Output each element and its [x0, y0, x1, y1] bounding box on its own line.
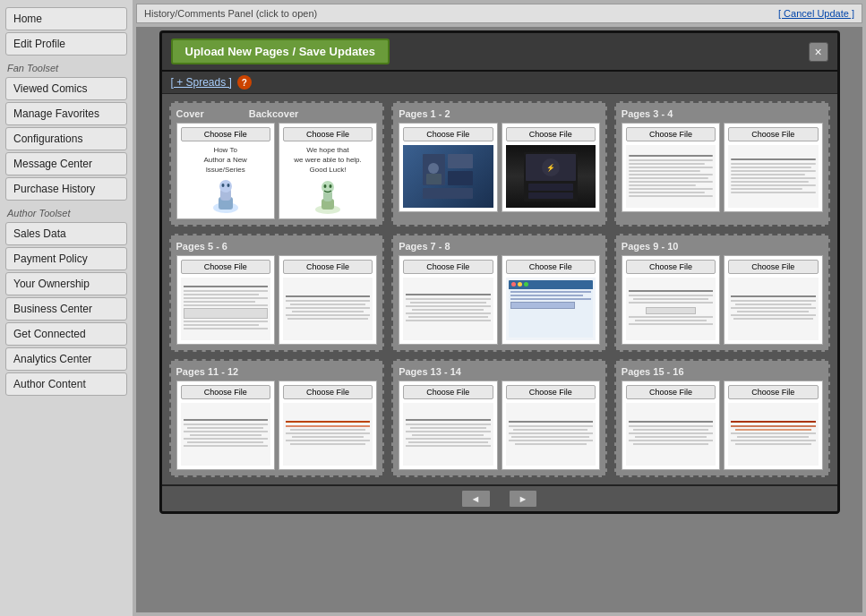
page-13-half: Choose File — [399, 381, 497, 470]
page-14-choose-file-btn[interactable]: Choose File — [506, 385, 596, 399]
svg-point-11 — [329, 184, 331, 188]
page-cell-11-12: Pages 11 - 12 Choose File — [169, 359, 385, 477]
page-3-lines — [629, 155, 713, 199]
pages-1-2-label: Pages 1 - 2 — [399, 108, 600, 119]
page-cell-9-10: Pages 9 - 10 Choose File — [614, 234, 830, 352]
page-10-preview — [728, 278, 818, 340]
sidebar-item-sales-data[interactable]: Sales Data — [5, 222, 127, 245]
history-bar-text[interactable]: History/Comments Panel (click to open) — [144, 8, 317, 19]
page-2-half: Choose File ⚡ — [502, 123, 600, 212]
page-8-choose-file-btn[interactable]: Choose File — [506, 260, 596, 274]
pages-13-14-label: Pages 13 - 14 — [399, 366, 600, 377]
svg-point-16 — [428, 163, 439, 174]
history-bar: History/Comments Panel (click to open) [… — [136, 4, 862, 23]
svg-rect-22 — [528, 192, 573, 199]
page-4-lines — [731, 158, 815, 195]
sidebar-item-your-ownership[interactable]: Your Ownership — [5, 272, 127, 295]
cover-label: Cover — [176, 108, 204, 119]
page-16-preview — [728, 403, 818, 466]
backcover-choose-file-btn[interactable]: Choose File — [283, 127, 373, 141]
page-16-choose-file-btn[interactable]: Choose File — [728, 385, 818, 399]
cancel-update-link[interactable]: [ Cancel Update ] — [778, 8, 854, 19]
sidebar-item-viewed-comics[interactable]: Viewed Comics — [5, 77, 127, 100]
upload-save-button[interactable]: Upload New Pages / Save Updates — [171, 38, 390, 64]
sidebar-item-edit-profile[interactable]: Edit Profile — [5, 32, 127, 56]
help-icon[interactable]: ? — [237, 75, 252, 90]
page-8-preview — [506, 278, 596, 340]
svg-point-5 — [227, 184, 229, 187]
next-page-btn[interactable]: ► — [509, 490, 538, 508]
page-2-preview: ⚡ — [506, 145, 596, 208]
page-9-choose-file-btn[interactable]: Choose File — [626, 260, 716, 274]
page-11-half: Choose File — [176, 381, 275, 470]
page-1-photo-svg — [421, 152, 475, 201]
sidebar-item-configurations[interactable]: Configurations — [5, 127, 127, 150]
page-4-choose-file-btn[interactable]: Choose File — [728, 127, 818, 141]
page-cell-13-14: Pages 13 - 14 Choose File — [391, 359, 607, 477]
spreads-link[interactable]: [ + Spreads ] — [171, 76, 232, 89]
pages-7-8-label: Pages 7 - 8 — [399, 241, 600, 252]
backcover-preview: We hope thatwe were able to help.Good Lu… — [283, 145, 373, 215]
sidebar-item-purchase-history[interactable]: Purchase History — [5, 177, 127, 201]
backcover-half: Choose File We hope thatwe were able to … — [279, 123, 377, 219]
cover-choose-file-btn[interactable]: Choose File — [181, 127, 270, 141]
page-cell-cover: Cover Backcover Choose File How ToAuthor… — [169, 101, 385, 227]
page-5-choose-file-btn[interactable]: Choose File — [181, 260, 270, 274]
page-9-half: Choose File — [622, 255, 720, 345]
page-2-choose-file-btn[interactable]: Choose File — [506, 127, 596, 141]
page-12-half: Choose File — [279, 381, 377, 470]
page-11-choose-file-btn[interactable]: Choose File — [181, 385, 270, 399]
main-area: History/Comments Panel (click to open) [… — [133, 0, 866, 616]
pages-9-10-label: Pages 9 - 10 — [622, 241, 823, 252]
page-7-half: Choose File — [399, 255, 497, 345]
page-5-half: Choose File — [176, 255, 275, 345]
cover-illustration — [210, 179, 242, 215]
modal-header: Upload New Pages / Save Updates × — [162, 33, 837, 72]
page-13-choose-file-btn[interactable]: Choose File — [403, 385, 493, 399]
page-3-preview — [626, 145, 716, 208]
pages-grid: Cover Backcover Choose File How ToAuthor… — [169, 101, 830, 477]
backcover-illustration — [312, 179, 344, 215]
page-1-preview — [403, 145, 493, 208]
sidebar-item-business-center[interactable]: Business Center — [5, 297, 127, 321]
close-modal-button[interactable]: × — [809, 42, 828, 62]
page-11-preview — [181, 403, 270, 466]
page-5-lines — [184, 286, 268, 331]
page-12-preview — [283, 403, 373, 466]
cover-half: Choose File How ToAuthor a NewIssue/Seri… — [176, 123, 275, 219]
sidebar-item-get-connected[interactable]: Get Connected — [5, 322, 127, 346]
page-14-half: Choose File — [502, 381, 600, 470]
page-3-choose-file-btn[interactable]: Choose File — [626, 127, 716, 141]
page-12-choose-file-btn[interactable]: Choose File — [283, 385, 373, 399]
page-7-preview — [403, 278, 493, 340]
page-7-choose-file-btn[interactable]: Choose File — [403, 260, 493, 274]
page-10-choose-file-btn[interactable]: Choose File — [728, 260, 818, 274]
page-10-half: Choose File — [724, 255, 822, 345]
page-cell-1-2: Pages 1 - 2 Choose File — [391, 101, 607, 227]
sidebar-item-manage-favorites[interactable]: Manage Favorites — [5, 102, 127, 125]
fan-toolset-label: Fan Toolset — [7, 63, 127, 73]
sidebar-item-analytics-center[interactable]: Analytics Center — [5, 347, 127, 371]
svg-rect-14 — [448, 171, 473, 185]
prev-page-btn[interactable]: ◄ — [461, 490, 491, 508]
page-cell-15-16: Pages 15 - 16 Choose File — [614, 359, 830, 477]
page-6-choose-file-btn[interactable]: Choose File — [283, 260, 373, 274]
sidebar-item-home[interactable]: Home — [5, 7, 127, 30]
upload-modal: Upload New Pages / Save Updates × [ + Sp… — [159, 30, 840, 514]
page-15-choose-file-btn[interactable]: Choose File — [626, 385, 716, 399]
modal-footer: ◄ ► — [162, 484, 837, 511]
page-1-choose-file-btn[interactable]: Choose File — [403, 127, 493, 141]
pages-3-4-label: Pages 3 - 4 — [622, 108, 823, 119]
page-cell-3-4: Pages 3 - 4 Choose File — [614, 101, 830, 227]
sidebar-item-payment-policy[interactable]: Payment Policy — [5, 247, 127, 270]
page-cell-7-8: Pages 7 - 8 Choose File — [391, 234, 607, 352]
page-13-preview — [403, 403, 493, 466]
page-1-half: Choose File — [399, 123, 497, 212]
svg-point-4 — [221, 184, 224, 187]
sidebar-item-author-content[interactable]: Author Content — [5, 372, 127, 396]
pages-5-6-label: Pages 5 - 6 — [176, 241, 378, 252]
sidebar-item-message-center[interactable]: Message Center — [5, 152, 127, 175]
modal-content[interactable]: Cover Backcover Choose File How ToAuthor… — [162, 94, 837, 484]
page-14-preview — [506, 403, 596, 466]
page-cell-5-6: Pages 5 - 6 Choose File — [169, 234, 385, 352]
